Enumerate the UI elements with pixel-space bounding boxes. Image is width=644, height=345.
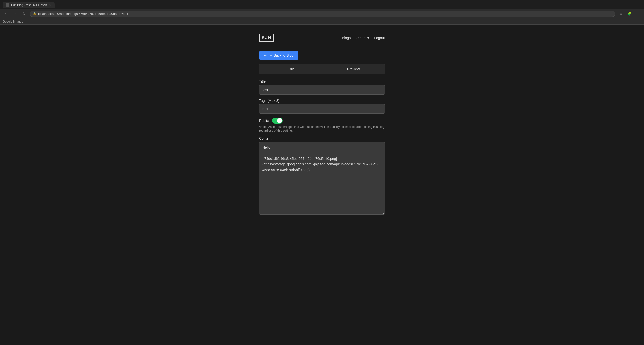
svg-rect-0: [6, 4, 9, 6]
content-field-group: Content: Hello| ![74dc1d62-96c3-45ec-957…: [259, 136, 385, 215]
reload-button[interactable]: ↻: [21, 10, 28, 17]
nav-bar: ← → ↻ 🔒 localhost:8080/admin/blogs/666c6…: [0, 9, 644, 19]
site-logo[interactable]: KJH: [259, 34, 274, 42]
tab-bar: Edit Blog - test | KJHJason ✕ +: [0, 0, 644, 9]
title-field-group: Title:: [259, 79, 385, 95]
toggle-row: Public:: [259, 118, 385, 124]
browser-menu-button[interactable]: ⋮: [634, 10, 641, 17]
nav-logout[interactable]: Logout: [374, 36, 385, 40]
arrow-left-icon: ←: [264, 53, 267, 57]
lock-icon: 🔒: [33, 12, 37, 15]
tab-close-button[interactable]: ✕: [49, 3, 52, 7]
page-wrapper: KJH Blogs Others ▾ Logout ← ← Back to Bl…: [0, 25, 644, 235]
active-tab[interactable]: Edit Blog - test | KJHJason ✕: [3, 2, 55, 8]
public-field-group: Public: *Note: Assets like images that w…: [259, 118, 385, 132]
bookmark-star-button[interactable]: ☆: [617, 10, 624, 17]
public-label: Public:: [259, 119, 270, 123]
tab-title: Edit Blog - test | KJHJason: [11, 3, 47, 7]
address-text: localhost:8080/admin/blogs/666c6a7971458…: [38, 12, 128, 16]
back-to-blog-button[interactable]: ← ← Back to Blog: [259, 51, 298, 60]
new-tab-button[interactable]: +: [56, 2, 63, 9]
tags-field-group: Tags (Max 8):: [259, 99, 385, 114]
tags-input[interactable]: [259, 104, 385, 114]
nav-others[interactable]: Others ▾: [356, 36, 369, 40]
forward-nav-button[interactable]: →: [12, 10, 19, 17]
back-nav-button[interactable]: ←: [3, 10, 10, 17]
public-toggle[interactable]: [272, 118, 283, 124]
title-label: Title:: [259, 79, 385, 83]
toggle-track: [272, 118, 283, 124]
title-input[interactable]: [259, 85, 385, 95]
tags-label: Tags (Max 8):: [259, 99, 385, 103]
tab-edit[interactable]: Edit: [259, 64, 322, 74]
site-nav: Blogs Others ▾ Logout: [342, 36, 385, 40]
content-textarea[interactable]: Hello| ![74dc1d62-96c3-45ec-957e-04eb76d…: [259, 142, 385, 215]
back-button-label: ← Back to Blog: [269, 53, 294, 57]
public-note: *Note: Assets like images that were uplo…: [259, 125, 385, 132]
address-bar[interactable]: 🔒 localhost:8080/admin/blogs/666c6a79714…: [30, 11, 615, 17]
chevron-down-icon: ▾: [367, 36, 369, 40]
bookmark-item[interactable]: Google Images: [3, 20, 23, 23]
bookmarks-bar: Google Images: [0, 19, 644, 24]
content-area: KJH Blogs Others ▾ Logout ← ← Back to Bl…: [259, 30, 385, 220]
extensions-button[interactable]: 🧩: [626, 10, 633, 17]
content-label: Content:: [259, 136, 385, 140]
site-header: KJH Blogs Others ▾ Logout: [259, 30, 385, 46]
nav-blogs[interactable]: Blogs: [342, 36, 351, 40]
toggle-thumb: [277, 118, 282, 123]
edit-preview-switcher: Edit Preview: [259, 64, 385, 74]
browser-actions: ☆ 🧩 ⋮: [617, 10, 641, 17]
tab-favicon: [6, 3, 9, 7]
tab-preview[interactable]: Preview: [322, 64, 385, 74]
browser-chrome: Edit Blog - test | KJHJason ✕ + ← → ↻ 🔒 …: [0, 0, 644, 25]
